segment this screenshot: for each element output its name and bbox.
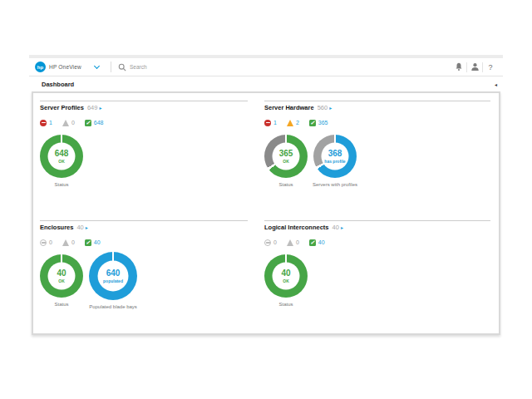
arrow-right-icon: ▸ — [341, 224, 343, 232]
donut-value: 40 — [281, 269, 290, 278]
critical-count: 0 — [273, 239, 277, 245]
critical-icon — [264, 239, 271, 246]
panel-enclosures: Enclosures 40 ▸ 0 0 40 — [40, 220, 248, 313]
donut-sublabel: has profile — [324, 159, 345, 164]
panel-title: Server Hardware — [264, 104, 314, 111]
donut-label: Status — [54, 182, 68, 187]
donut-value: 40 — [57, 269, 66, 278]
donut-row: 40 OK Status 640 populated — [40, 254, 248, 313]
chevron-down-icon[interactable] — [94, 63, 100, 69]
panel-title: Enclosures — [40, 224, 73, 231]
donut-status-block: 40 OK Status — [264, 254, 308, 309]
ok-filter[interactable]: 40 — [309, 239, 325, 246]
warning-filter[interactable]: 0 — [62, 120, 75, 126]
critical-icon — [264, 120, 271, 126]
panel-server-hardware: Server Hardware 560 ▸ 1 2 365 — [264, 101, 490, 190]
warning-count: 2 — [296, 120, 299, 126]
critical-filter[interactable]: 1 — [40, 120, 52, 126]
donut-sublabel: OK — [283, 278, 289, 283]
donut-label: Status — [278, 302, 293, 307]
collapse-panel-icon[interactable]: ◂ — [495, 82, 497, 87]
status-donut-chart[interactable]: 365 OK — [264, 135, 308, 178]
arrow-right-icon: ▸ — [99, 105, 101, 112]
panel-title-link[interactable]: Server Hardware 560 ▸ — [264, 101, 490, 112]
panel-count: 649 — [87, 104, 98, 111]
ok-count: 365 — [318, 120, 328, 126]
critical-filter[interactable]: 1 — [264, 120, 277, 126]
donut-profiles-block: 368 has profile Servers with profiles — [313, 135, 357, 190]
donut-value: 365 — [279, 150, 293, 158]
warning-filter[interactable]: 0 — [62, 239, 75, 246]
search-icon — [118, 60, 126, 75]
donut-value: 640 — [106, 269, 121, 278]
ok-filter[interactable]: 40 — [85, 239, 101, 246]
ok-check-icon — [85, 120, 91, 126]
ok-check-icon — [309, 239, 316, 246]
page-title: Dashboard — [42, 81, 74, 88]
ok-check-icon — [309, 120, 316, 126]
panel-logical-interconnects: Logical Interconnects 40 ▸ 0 0 4 — [264, 220, 490, 309]
donut-status-block: 365 OK Status — [264, 135, 308, 190]
profiles-donut-chart[interactable]: 368 has profile — [313, 135, 357, 178]
donut-value: 368 — [328, 150, 342, 158]
ok-filter[interactable]: 648 — [85, 120, 104, 126]
donut-row: 648 OK Status — [40, 135, 248, 190]
panel-title: Logical Interconnects — [264, 224, 329, 231]
notifications-button[interactable] — [451, 60, 466, 75]
arrow-right-icon: ▸ — [86, 224, 88, 232]
warning-count: 0 — [71, 120, 75, 126]
status-stats: 1 2 365 — [264, 119, 490, 126]
status-donut-chart[interactable]: 648 OK — [40, 135, 83, 178]
warning-icon — [287, 120, 293, 126]
critical-count: 1 — [49, 120, 52, 126]
panel-count: 40 — [332, 224, 339, 231]
panel-count: 560 — [318, 104, 328, 111]
help-button[interactable]: ? — [483, 60, 498, 75]
hp-logo-icon: hp — [35, 62, 46, 72]
critical-filter[interactable]: 0 — [264, 239, 277, 246]
donut-center: 40 OK — [273, 263, 300, 290]
brand-label[interactable]: HP OneView — [49, 64, 81, 70]
warning-filter[interactable]: 2 — [287, 120, 299, 126]
panel-server-profiles: Server Profiles 649 ▸ 1 0 648 — [40, 101, 248, 190]
donut-center: 368 has profile — [322, 143, 349, 170]
panel-title: Server Profiles — [40, 104, 84, 111]
critical-icon — [40, 120, 47, 126]
warning-filter[interactable]: 0 — [287, 239, 299, 246]
warning-count: 0 — [71, 239, 75, 245]
app-window: hp HP OneView — [29, 55, 503, 342]
critical-count: 0 — [49, 239, 52, 245]
critical-count: 1 — [273, 120, 277, 126]
donut-sublabel: OK — [58, 278, 65, 283]
warning-icon — [287, 239, 293, 246]
donut-center: 40 OK — [48, 263, 76, 290]
panel-title-link[interactable]: Server Profiles 649 ▸ — [40, 101, 248, 112]
ok-count: 648 — [94, 120, 104, 126]
ok-count: 40 — [94, 239, 101, 245]
donut-label: Servers with profiles — [313, 182, 357, 187]
panel-title-link[interactable]: Logical Interconnects 40 ▸ — [264, 221, 490, 232]
ok-count: 40 — [318, 239, 325, 245]
status-donut-chart[interactable]: 40 OK — [264, 254, 308, 298]
populated-donut-chart[interactable]: 640 populated — [89, 252, 137, 300]
status-stats: 0 0 40 — [264, 239, 490, 246]
critical-filter[interactable]: 0 — [40, 239, 52, 246]
donut-populated-block: 640 populated Populated blade bays — [89, 254, 137, 313]
panel-title-link[interactable]: Enclosures 40 ▸ — [40, 221, 248, 232]
ok-filter[interactable]: 365 — [309, 120, 328, 126]
ok-check-icon — [85, 239, 91, 246]
donut-center: 640 populated — [98, 261, 129, 292]
page-bar: Dashboard ◂ — [29, 76, 503, 92]
donut-row: 365 OK Status 368 has profile — [264, 135, 490, 190]
donut-center: 365 OK — [273, 143, 300, 170]
status-donut-chart[interactable]: 40 OK — [40, 254, 83, 298]
dashboard-card: Server Profiles 649 ▸ 1 0 648 — [32, 91, 500, 335]
donut-label: Status — [278, 182, 293, 187]
donut-status-block: 648 OK Status — [40, 135, 83, 190]
donut-label: Populated blade bays — [89, 304, 137, 309]
search-input[interactable] — [130, 64, 279, 70]
screenshot-canvas: hp HP OneView — [0, 0, 532, 399]
bell-icon — [455, 62, 463, 71]
donut-value: 648 — [55, 150, 69, 158]
user-button[interactable] — [467, 60, 482, 75]
